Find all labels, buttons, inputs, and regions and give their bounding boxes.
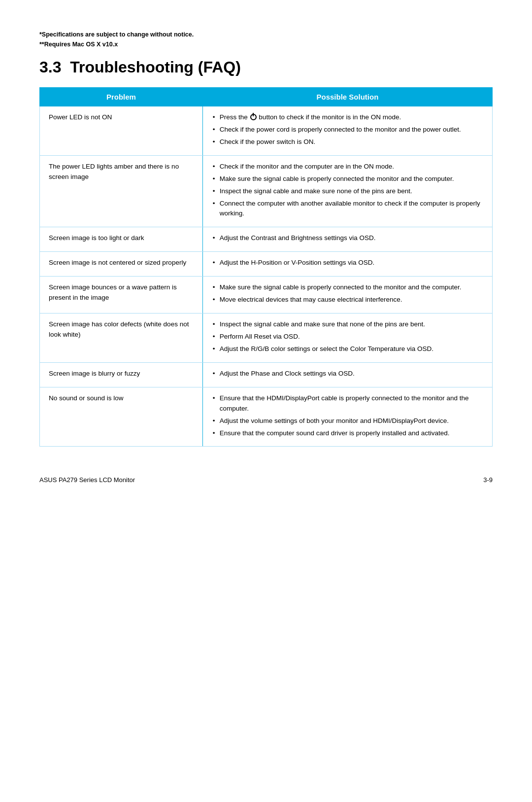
table-row: The power LED lights amber and there is …: [40, 155, 493, 227]
problem-cell: Screen image is not centered or sized pr…: [40, 252, 203, 277]
faq-table: Problem Possible Solution Power LED is n…: [39, 87, 493, 447]
solution-item: Ensure that the HDMI/DisplayPort cable i…: [212, 393, 483, 414]
section-title: 3.3 Troubleshooting (FAQ): [39, 58, 493, 76]
solution-cell: Press the button to check if the monitor…: [202, 106, 492, 156]
col-header-solution: Possible Solution: [202, 88, 492, 106]
solution-cell: Make sure the signal cable is properly c…: [202, 277, 492, 314]
solution-item: Adjust the H-Position or V-Position sett…: [212, 258, 483, 268]
footer-left: ASUS PA279 Series LCD Monitor: [39, 476, 135, 484]
footer: ASUS PA279 Series LCD Monitor 3-9: [39, 476, 493, 484]
problem-cell: Screen image bounces or a wave pattern i…: [40, 277, 203, 314]
solution-item: Ensure that the computer sound card driv…: [212, 428, 483, 439]
solution-item: Adjust the Contrast and Brightness setti…: [212, 233, 483, 244]
table-row: Screen image is too light or darkAdjust …: [40, 227, 493, 252]
col-header-problem: Problem: [40, 88, 203, 106]
solution-item: Make sure the signal cable is properly c…: [212, 282, 483, 293]
table-row: Screen image bounces or a wave pattern i…: [40, 277, 493, 314]
solution-item: Adjust the Phase and Clock settings via …: [212, 369, 483, 379]
solution-item: Make sure the signal cable is properly c…: [212, 174, 483, 184]
solution-item: Inspect the signal cable and make sure n…: [212, 186, 483, 197]
problem-cell: The power LED lights amber and there is …: [40, 155, 203, 227]
table-row: Power LED is not ONPress the button to c…: [40, 106, 493, 156]
solution-cell: Check if the monitor and the computer ar…: [202, 155, 492, 227]
solution-item: Check if the power switch is ON.: [212, 137, 483, 147]
solution-item: Move electrical devices that may cause e…: [212, 295, 483, 305]
solution-cell: Inspect the signal cable and make sure t…: [202, 314, 492, 363]
solution-cell: Adjust the H-Position or V-Position sett…: [202, 252, 492, 277]
solution-item: Inspect the signal cable and make sure t…: [212, 319, 483, 330]
solution-item: Check if the monitor and the computer ar…: [212, 162, 483, 172]
power-icon: [250, 114, 257, 120]
top-notes: *Specifications are subject to change wi…: [39, 30, 493, 49]
solution-item: Connect the computer with another availa…: [212, 199, 483, 219]
solution-item: Adjust the volume settings of both your …: [212, 416, 483, 426]
table-row: Screen image is blurry or fuzzyAdjust th…: [40, 362, 493, 387]
solution-item: Check if the power cord is properly conn…: [212, 125, 483, 135]
top-note-line2: **Requires Mac OS X v10.x: [39, 39, 493, 49]
solution-item: Perform All Reset via OSD.: [212, 332, 483, 342]
problem-cell: No sound or sound is low: [40, 387, 203, 447]
table-row: No sound or sound is lowEnsure that the …: [40, 387, 493, 447]
footer-right: 3-9: [483, 476, 493, 484]
solution-item: Adjust the R/G/B color settings or selec…: [212, 344, 483, 354]
problem-cell: Power LED is not ON: [40, 106, 203, 156]
table-row: Screen image is not centered or sized pr…: [40, 252, 493, 277]
problem-cell: Screen image is blurry or fuzzy: [40, 362, 203, 387]
top-note-line1: *Specifications are subject to change wi…: [39, 30, 493, 39]
problem-cell: Screen image is too light or dark: [40, 227, 203, 252]
solution-cell: Adjust the Phase and Clock settings via …: [202, 362, 492, 387]
problem-cell: Screen image has color defects (white do…: [40, 314, 203, 363]
solution-cell: Adjust the Contrast and Brightness setti…: [202, 227, 492, 252]
solution-cell: Ensure that the HDMI/DisplayPort cable i…: [202, 387, 492, 447]
table-row: Screen image has color defects (white do…: [40, 314, 493, 363]
solution-item: Press the button to check if the monitor…: [212, 112, 483, 123]
